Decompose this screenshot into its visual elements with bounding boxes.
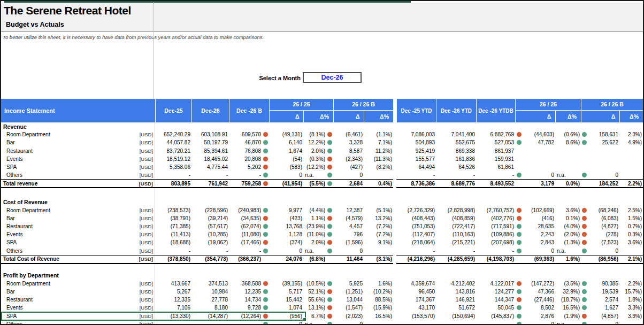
cell-y1[interactable]: 4,359,674 [396,280,436,288]
cell-label[interactable]: Bar [1,214,128,222]
cell-yp1[interactable]: (0.6%) [555,130,581,138]
cell-unit[interactable]: [USD] [128,246,155,254]
cell-d2[interactable]: (4,579) [333,214,364,222]
cell-label[interactable]: Restaurant [1,296,128,304]
cell-p1[interactable]: (0.3%) [303,155,326,163]
cell-yp2[interactable] [619,246,643,254]
cell-y1[interactable]: 96,450 [396,288,436,296]
cell-unit[interactable]: [USD] [128,230,155,238]
cell-unit[interactable]: [USD] [128,171,155,179]
cell-yd1[interactable]: (147,272) [523,280,555,288]
cell-y3[interactable]: (145,837) [476,312,515,320]
cell-d2[interactable]: 4,457 [333,222,364,230]
cell-y3[interactable]: (717,591) [476,222,515,230]
cell-y3[interactable]: (4,198,703) [476,255,515,264]
cell-yd1[interactable]: 0 [523,246,555,254]
cell-yp1[interactable]: 8.6%) [555,138,581,146]
cell-label[interactable]: Total Cost of Revenue [1,255,128,264]
cell-yd1[interactable]: 47,782 [523,138,555,146]
cell-unit[interactable]: [USD] [128,214,155,222]
cell-y2[interactable]: 64,526 [436,163,476,171]
cell-unit[interactable]: [USD] [128,222,155,230]
cell-yd1[interactable]: 0 [523,171,555,179]
cell-m2[interactable]: 10,984 [191,288,229,296]
cell-d2[interactable]: (2,023) [333,312,364,320]
cell-m2[interactable]: 8,180 [191,304,229,312]
cell-p1[interactable]: n.a. [303,246,326,254]
cell-d1[interactable]: 15,442 [269,296,303,304]
cell-label[interactable]: Events [1,230,128,238]
cell-yd2[interactable] [588,163,619,171]
cell-label[interactable]: Others [1,171,128,179]
cell-y1[interactable]: (751,053) [396,222,436,230]
cell-yd2[interactable]: 2,574 [588,296,619,304]
cell-p1[interactable]: (23.9%) [303,222,326,230]
cell-yd2[interactable]: (86,956) [588,255,619,264]
month-selector-dropdown[interactable]: Dec-26 [303,72,362,83]
cell-yd2[interactable] [588,155,619,163]
cell-p1[interactable]: (10.5%) [303,280,326,288]
cell-y1[interactable]: 8,736,386 [396,179,436,188]
cell-p1[interactable]: 2.0%) [303,238,326,246]
header-ytd-cmp-26-26b[interactable]: 26 / 26 B Δ Δ% [581,99,643,122]
cell-y2[interactable]: (722,417) [436,222,476,230]
cell-m3[interactable]: 368,588 [229,280,262,288]
cell-p2[interactable]: 88.5%) [364,296,393,304]
cell-m2[interactable]: - [191,320,229,324]
cell-y2[interactable]: (2,828,998) [436,206,476,214]
cell-p2[interactable]: 0.4%) [364,179,393,188]
cell-d1[interactable]: 6,140 [269,138,303,146]
cell-m1[interactable]: 5,358.06 [155,163,191,171]
cell-d1[interactable]: (956) [269,312,303,320]
cell-m1[interactable]: 18,519.12 [155,155,191,163]
cell-yd1[interactable]: 47,366 [523,288,555,296]
header-income-statement[interactable]: Income Statement [1,99,155,122]
cell-yd1[interactable]: 2,243 [523,230,555,238]
cell-p2[interactable] [364,320,393,324]
cell-p1[interactable]: 52.1%) [303,288,326,296]
header-ytd-dec25[interactable]: Dec -25 YTD [396,99,436,122]
cell-m2[interactable]: - [191,246,229,254]
cell-y3[interactable]: 50,045 [476,304,515,312]
cell-y2[interactable]: 552,675 [436,138,476,146]
cell-yp2[interactable]: 2.3%) [619,130,643,138]
cell-y1[interactable]: - [396,320,436,324]
cell-y3[interactable]: 124,277 [476,288,515,296]
cell-m1[interactable]: 83,720.21 [155,147,191,155]
cell-d2[interactable]: (1,251) [333,288,364,296]
cell-yp2[interactable]: 3.3%) [619,304,643,312]
cell-d1[interactable]: (39,155) [269,280,303,288]
cell-label[interactable]: Room Department [1,130,128,138]
cell-d2[interactable]: 5,925 [333,280,364,288]
cell-yd1[interactable]: 8,502 [523,304,555,312]
cell-yp1[interactable]: 1.6%) [555,255,581,264]
cell-y1[interactable]: 504,893 [396,138,436,146]
cell-yp1[interactable]: (4.0%) [555,222,581,230]
cell-yd2[interactable]: 184,252 [588,179,619,188]
cell-y2[interactable]: (4,285,659) [436,255,476,264]
cell-yd2[interactable]: (278) [588,230,619,238]
cell-d1[interactable]: 1,674 [269,147,303,155]
cell-d1[interactable]: 13,768 [269,222,303,230]
cell-d2[interactable]: 12,387 [333,206,364,214]
cell-unit[interactable]: [USD] [128,238,155,246]
cell-label[interactable]: Events [1,304,128,312]
cell-y1[interactable]: (218,064) [396,238,436,246]
cell-y3[interactable]: - [476,320,515,324]
cell-yd1[interactable]: (27,446) [523,296,555,304]
cell-yd1[interactable]: (416) [523,214,555,222]
cell-yd1[interactable] [523,147,555,155]
cell-d1[interactable]: 1,074 [269,304,303,312]
cell-p1[interactable]: (12.2%) [303,163,326,171]
cell-m1[interactable]: (11,413) [155,230,191,238]
header-ytd-cmp-26-25[interactable]: 26 / 25 Δ Δ% [515,99,581,122]
cell-yp2[interactable]: 2.2%) [619,179,643,188]
cell-y2[interactable]: 869,338 [436,147,476,155]
cell-y2[interactable]: 4,212,402 [436,280,476,288]
cell-m2[interactable]: - [191,171,229,179]
cell-yp1[interactable]: (1.3%) [555,238,581,246]
cell-yd1[interactable]: 2,876 [523,312,555,320]
cell-m1[interactable]: 413,667 [155,280,191,288]
cell-label[interactable]: Room Department [1,206,128,214]
cell-d2[interactable]: 0 [333,320,364,324]
